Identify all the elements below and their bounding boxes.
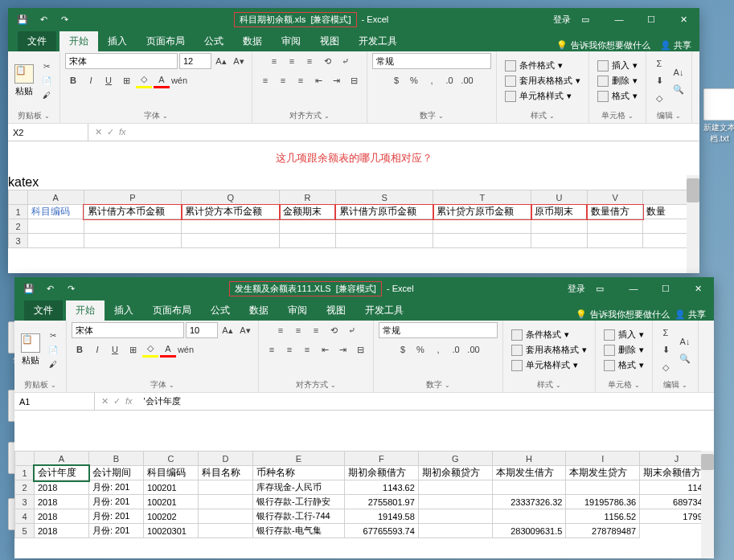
formula-input[interactable]: '会计年度	[139, 395, 714, 407]
col-head[interactable]: A	[35, 452, 89, 466]
font-name-select[interactable]	[65, 53, 178, 69]
currency-icon[interactable]: $	[395, 341, 411, 358]
tab-data[interactable]: 数据	[240, 300, 278, 321]
cell[interactable]: 银行存款-工行-744	[252, 509, 344, 524]
tab-layout[interactable]: 页面布局	[137, 31, 195, 51]
cell[interactable]	[492, 480, 566, 495]
share-button[interactable]: 👤 共享	[675, 309, 706, 321]
tab-formulas[interactable]: 公式	[201, 300, 240, 321]
indent-inc-icon[interactable]: ⇥	[328, 72, 344, 88]
italic-button[interactable]: I	[89, 341, 105, 358]
row-head[interactable]: 2	[15, 480, 35, 495]
minimize-icon[interactable]: —	[603, 8, 635, 31]
percent-icon[interactable]: %	[412, 341, 429, 358]
tab-home[interactable]: 开始	[66, 300, 105, 321]
tab-formulas[interactable]: 公式	[195, 31, 233, 51]
cell[interactable]	[198, 509, 252, 524]
worksheet[interactable]: katex A P Q R S T U V 1 科目编码 累计借方本币金额 累计…	[8, 175, 699, 273]
comma-icon[interactable]: ,	[424, 72, 440, 88]
cell[interactable]: 月份: 201	[88, 509, 143, 524]
col-head[interactable]: T	[433, 190, 531, 205]
font-name-select[interactable]	[72, 322, 184, 338]
font-color-button[interactable]: A	[160, 341, 176, 358]
phonetic-button[interactable]: wén	[178, 341, 194, 358]
clear-icon[interactable]: ◇	[651, 91, 667, 107]
border-button[interactable]: ⊞	[125, 341, 141, 358]
italic-button[interactable]: I	[83, 72, 99, 88]
select-all-corner[interactable]	[9, 190, 28, 205]
cell[interactable]	[418, 480, 492, 495]
cut-icon[interactable]: ✂	[39, 60, 55, 73]
insert-cells-button[interactable]: 插入 ▾	[601, 328, 647, 341]
align-left-icon[interactable]: ≡	[264, 341, 280, 358]
cell[interactable]: 期初余额贷方	[418, 466, 492, 480]
grow-font-icon[interactable]: A▴	[219, 322, 236, 338]
cell[interactable]	[566, 480, 640, 495]
table-format-button[interactable]: 套用表格格式 ▾	[502, 74, 584, 88]
percent-icon[interactable]: %	[406, 72, 422, 88]
tab-insert[interactable]: 插入	[105, 300, 143, 321]
paste-button[interactable]: 📋粘贴	[19, 332, 42, 368]
col-head[interactable]: G	[418, 452, 492, 466]
inc-decimal-icon[interactable]: .0	[448, 341, 464, 358]
close-icon[interactable]: ✕	[682, 277, 714, 300]
cell[interactable]: 10020301	[143, 524, 198, 538]
inc-decimal-icon[interactable]: .0	[441, 72, 457, 88]
format-painter-icon[interactable]: 🖌	[39, 89, 55, 102]
font-color-button[interactable]: A	[154, 72, 170, 88]
indent-inc-icon[interactable]: ⇥	[334, 341, 351, 358]
maximize-icon[interactable]: ☐	[650, 277, 682, 300]
share-button[interactable]: 👤 共享	[660, 39, 691, 51]
cell[interactable]: 月份: 201	[88, 495, 143, 509]
cell[interactable]	[418, 509, 492, 524]
tab-review[interactable]: 审阅	[278, 300, 317, 321]
align-mid-icon[interactable]: ≡	[290, 322, 306, 338]
row-head[interactable]: 2	[9, 219, 28, 234]
tab-view[interactable]: 视图	[310, 31, 349, 51]
find-icon[interactable]: 🔍	[677, 351, 693, 367]
dec-decimal-icon[interactable]: .00	[459, 72, 475, 88]
cell[interactable]: 278789487	[566, 524, 640, 538]
shrink-font-icon[interactable]: A▾	[231, 53, 247, 69]
cell-style-button[interactable]: 单元格样式 ▾	[502, 89, 584, 103]
cell[interactable]: 银行存款-电气集	[252, 524, 344, 538]
col-head[interactable]: P	[84, 190, 182, 205]
autosum-icon[interactable]: Σ	[651, 55, 667, 72]
align-top-icon[interactable]: ≡	[273, 322, 289, 338]
fx-icon[interactable]: fx	[125, 396, 133, 407]
name-box[interactable]: X2	[8, 124, 88, 141]
redo-icon[interactable]: ↷	[63, 280, 79, 296]
cell[interactable]: 数量借方	[587, 205, 643, 219]
minimize-icon[interactable]: —	[617, 277, 650, 300]
col-head[interactable]: C	[143, 452, 198, 466]
select-all-corner[interactable]	[15, 452, 35, 466]
sort-filter-icon[interactable]: A↓	[677, 333, 693, 349]
align-bot-icon[interactable]: ≡	[301, 53, 318, 69]
align-right-icon[interactable]: ≡	[299, 341, 315, 358]
wrap-text-icon[interactable]: ⤶	[337, 53, 353, 69]
merge-icon[interactable]: ⊟	[346, 72, 362, 88]
tab-data[interactable]: 数据	[233, 31, 272, 51]
cell[interactable]: 科目编码	[28, 205, 84, 219]
format-cells-button[interactable]: 格式 ▾	[601, 358, 647, 372]
cell[interactable]: 科目名称	[198, 466, 252, 480]
row-head[interactable]: 4	[15, 509, 35, 524]
col-head[interactable]: Q	[182, 190, 280, 205]
font-size-select[interactable]	[186, 322, 218, 338]
align-mid-icon[interactable]: ≡	[284, 53, 300, 69]
wrap-text-icon[interactable]: ⤶	[343, 322, 359, 338]
align-right-icon[interactable]: ≡	[293, 72, 309, 88]
save-icon[interactable]: 💾	[14, 11, 31, 27]
row-head[interactable]: 3	[15, 495, 35, 509]
phonetic-button[interactable]: wén	[171, 72, 187, 88]
align-left-icon[interactable]: ≡	[257, 72, 273, 88]
cell[interactable]: 会计期间	[88, 466, 143, 480]
tab-dev[interactable]: 开发工具	[355, 300, 413, 321]
col-head[interactable]: B	[88, 452, 143, 466]
cell[interactable]: 银行存款-工行静安	[252, 495, 344, 509]
cell[interactable]: 19149.58	[345, 509, 419, 524]
bold-button[interactable]: B	[65, 72, 81, 88]
copy-icon[interactable]: 📄	[45, 344, 61, 357]
row-head[interactable]: 1	[15, 466, 35, 480]
paste-button[interactable]: 📋粘贴	[13, 63, 35, 99]
